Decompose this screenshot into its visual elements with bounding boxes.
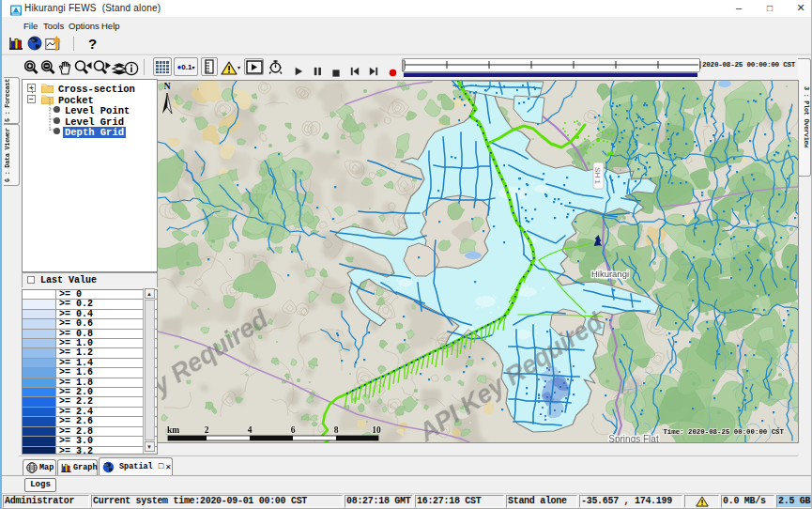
svg-text:km: km bbox=[167, 425, 179, 435]
svg-text:N: N bbox=[163, 81, 171, 91]
svg-text:Hikurangi: Hikurangi bbox=[591, 269, 629, 279]
svg-text:Time: 2020-08-25 00:00:00 CST: Time: 2020-08-25 00:00:00 CST bbox=[663, 428, 784, 436]
svg-text:6: 6 bbox=[291, 425, 296, 435]
svg-text:2: 2 bbox=[205, 425, 209, 435]
svg-text:10: 10 bbox=[372, 425, 381, 435]
svg-text:SH 1: SH 1 bbox=[593, 167, 602, 184]
svg-text:8: 8 bbox=[334, 425, 339, 435]
svg-text:4: 4 bbox=[248, 425, 253, 435]
svg-text:Springs Flat: Springs Flat bbox=[608, 434, 659, 443]
